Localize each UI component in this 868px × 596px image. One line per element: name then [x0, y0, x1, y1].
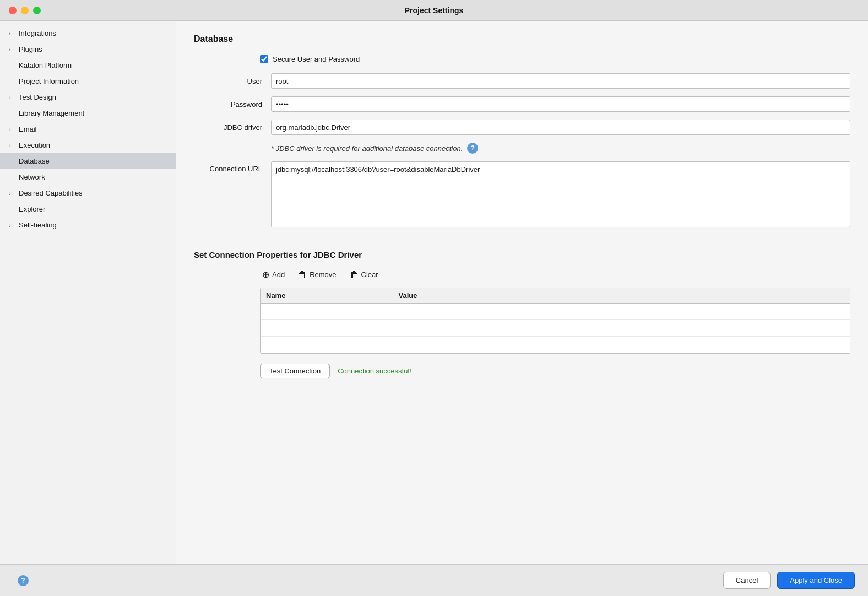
test-connection-button[interactable]: Test Connection: [260, 364, 330, 378]
sidebar-item-network[interactable]: Network: [0, 169, 176, 185]
table-row: [261, 320, 850, 337]
sidebar-item-katalon-platform[interactable]: Katalon Platform: [0, 57, 176, 73]
chevron-right-icon: ›: [9, 222, 15, 229]
chevron-right-icon: ›: [9, 142, 15, 149]
sidebar-item-label: Project Information: [19, 77, 79, 85]
sidebar-item-execution[interactable]: › Execution: [0, 137, 176, 153]
table-cell-value: [393, 304, 850, 320]
conn-props-title: Set Connection Properties for JDBC Drive…: [194, 250, 850, 259]
secure-checkbox-row: Secure User and Password: [260, 55, 850, 63]
sidebar-item-label: Test Design: [19, 93, 56, 101]
sidebar-item-explorer[interactable]: Explorer: [0, 201, 176, 217]
chevron-right-icon: ›: [9, 30, 15, 37]
sidebar-item-project-information[interactable]: Project Information: [0, 73, 176, 89]
sidebar-item-library-management[interactable]: Library Management: [0, 105, 176, 121]
maximize-button[interactable]: [33, 7, 41, 14]
secure-checkbox[interactable]: [260, 55, 268, 63]
test-connection-row: Test Connection Connection successful!: [260, 364, 850, 378]
table-cell-name: [261, 337, 393, 353]
sidebar-item-plugins[interactable]: › Plugins: [0, 41, 176, 57]
chevron-right-icon: ›: [9, 46, 15, 53]
minimize-button[interactable]: [21, 7, 29, 14]
password-input[interactable]: [271, 96, 850, 112]
jdbc-driver-label: JDBC driver: [194, 123, 271, 132]
jdbc-driver-input[interactable]: [271, 120, 850, 135]
remove-icon: 🗑: [298, 270, 307, 280]
chevron-right-icon: ›: [9, 94, 15, 101]
bottom-bar: ? Cancel Apply and Close: [0, 564, 868, 596]
section-title: Database: [194, 34, 850, 44]
section-divider: [194, 239, 850, 239]
props-table: Name Value: [261, 288, 850, 353]
table-cell-name: [261, 304, 393, 320]
secure-checkbox-label[interactable]: Secure User and Password: [273, 55, 360, 63]
sidebar-item-label: Desired Capabilities: [19, 189, 83, 197]
sidebar-item-test-design[interactable]: › Test Design: [0, 89, 176, 105]
close-button[interactable]: [9, 7, 17, 14]
cancel-button[interactable]: Cancel: [723, 572, 771, 589]
password-row: Password: [194, 96, 850, 112]
table-header-row: Name Value: [261, 288, 850, 304]
jdbc-note-row: * JDBC driver is required for additional…: [271, 143, 850, 154]
sidebar-item-integrations[interactable]: › Integrations: [0, 25, 176, 41]
connection-url-input[interactable]: jdbc:mysql://localhost:3306/db?user=root…: [271, 161, 850, 227]
sidebar-item-self-healing[interactable]: › Self-healing: [0, 217, 176, 233]
sidebar-item-label: Explorer: [19, 205, 45, 213]
add-icon: ⊕: [262, 269, 269, 280]
col-name-header: Name: [261, 288, 393, 304]
chevron-right-icon: ›: [9, 190, 15, 197]
clear-button[interactable]: 🗑 Clear: [348, 269, 381, 281]
window-controls[interactable]: [9, 7, 41, 14]
sidebar-item-label: Library Management: [19, 109, 84, 117]
col-value-header: Value: [393, 288, 850, 304]
bottom-help-icon[interactable]: ?: [18, 575, 29, 586]
connection-success-text: Connection successful!: [338, 367, 411, 375]
table-cell-name: [261, 320, 393, 337]
table-row: [261, 304, 850, 320]
title-bar: Project Settings: [0, 0, 868, 21]
jdbc-help-icon[interactable]: ?: [467, 143, 478, 154]
sidebar-item-label: Katalon Platform: [19, 61, 72, 69]
sidebar-item-label: Plugins: [19, 45, 42, 53]
sidebar-item-label: Network: [19, 173, 45, 181]
user-input[interactable]: [271, 73, 850, 89]
user-row: User: [194, 73, 850, 89]
sidebar: › Integrations › Plugins Katalon Platfor…: [0, 21, 176, 564]
sidebar-item-email[interactable]: › Email: [0, 121, 176, 137]
content-area: Database Secure User and Password User P…: [176, 21, 868, 564]
remove-label: Remove: [310, 270, 336, 279]
add-label: Add: [272, 270, 285, 279]
connection-url-label: Connection URL: [194, 161, 271, 173]
sidebar-item-label: Integrations: [19, 29, 56, 37]
sidebar-item-database[interactable]: Database: [0, 153, 176, 169]
clear-icon: 🗑: [350, 270, 359, 280]
sidebar-item-desired-capabilities[interactable]: › Desired Capabilities: [0, 185, 176, 201]
remove-button[interactable]: 🗑 Remove: [296, 269, 338, 281]
apply-close-button[interactable]: Apply and Close: [777, 572, 855, 589]
toolbar-row: ⊕ Add 🗑 Remove 🗑 Clear: [260, 268, 850, 281]
clear-label: Clear: [361, 270, 378, 279]
chevron-right-icon: ›: [9, 126, 15, 133]
sidebar-item-label: Self-healing: [19, 221, 57, 229]
main-content: › Integrations › Plugins Katalon Platfor…: [0, 21, 868, 564]
jdbc-driver-row: JDBC driver: [194, 120, 850, 135]
add-button[interactable]: ⊕ Add: [260, 268, 287, 281]
sidebar-item-label: Execution: [19, 141, 50, 149]
sidebar-item-label: Email: [19, 125, 37, 133]
password-label: Password: [194, 100, 271, 109]
table-cell-value: [393, 337, 850, 353]
table-cell-value: [393, 320, 850, 337]
jdbc-note-text: * JDBC driver is required for additional…: [271, 144, 463, 153]
window-title: Project Settings: [405, 6, 464, 15]
table-row: [261, 337, 850, 353]
sidebar-item-label: Database: [19, 157, 50, 165]
props-table-wrap: Name Value: [260, 288, 850, 354]
connection-url-row: Connection URL jdbc:mysql://localhost:33…: [194, 161, 850, 227]
user-label: User: [194, 77, 271, 85]
